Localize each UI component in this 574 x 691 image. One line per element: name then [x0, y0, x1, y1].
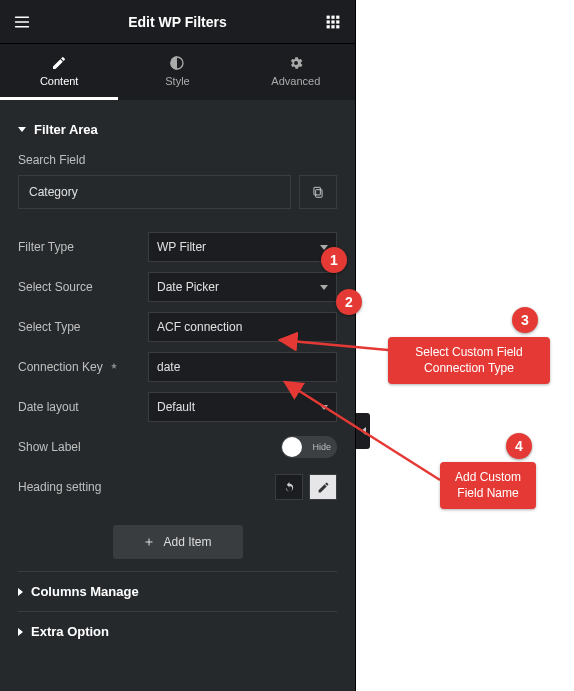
annotation-badge-2: 2: [336, 289, 362, 315]
callout-3: Select Custom Field Connection Type: [388, 337, 550, 384]
callout-4: Add Custom Field Name: [440, 462, 536, 509]
annotation-badge-4: 4: [506, 433, 532, 459]
annotation-badge-3: 3: [512, 307, 538, 333]
svg-line-13: [285, 382, 440, 480]
svg-line-12: [280, 340, 388, 350]
annotation-badge-1: 1: [321, 247, 347, 273]
